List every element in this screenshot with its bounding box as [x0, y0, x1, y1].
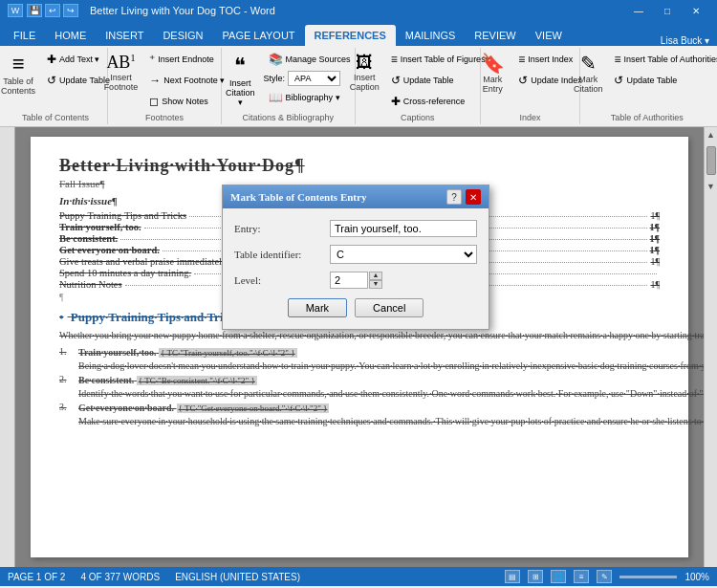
- dialog-help-button[interactable]: ?: [446, 189, 462, 205]
- minimize-button[interactable]: —: [625, 1, 652, 20]
- update-table-authorities-button[interactable]: ↺ Update Table: [609, 71, 717, 90]
- insert-index-icon: ≡: [518, 53, 525, 66]
- page-info: PAGE 1 OF 2: [8, 572, 65, 582]
- outline-view[interactable]: ≡: [574, 570, 589, 583]
- vertical-scrollbar[interactable]: ▲ ▼: [704, 127, 717, 567]
- document-page-area: Better·Living·with·Your·Dog¶ Fall·Issue¶…: [15, 127, 704, 567]
- tab-file[interactable]: FILE: [4, 25, 45, 46]
- insert-citation-button[interactable]: ❝ InsertCitation ▾: [221, 50, 260, 111]
- toc-group-label: Table of Contents: [10, 113, 101, 122]
- title-bar: W 💾 ↩ ↪ Better Living with Your Dog TOC …: [0, 0, 717, 21]
- ribbon-group-toc: ≡ Table ofContents ✚ Add Text ▾ ↺ Update…: [4, 48, 108, 124]
- insert-footnote-button[interactable]: AB1 InsertFootnote: [99, 50, 143, 96]
- scroll-up-arrow[interactable]: ▲: [706, 127, 715, 142]
- show-notes-icon: ◻: [149, 95, 159, 108]
- tab-view[interactable]: VIEW: [526, 25, 572, 46]
- list-item-3: 3. Get·everyone·on·board. { TC·"Get·ever…: [59, 402, 660, 427]
- zoom-slider[interactable]: [619, 576, 677, 578]
- insert-endnote-button[interactable]: ⁺ Insert Endnote: [144, 50, 229, 69]
- word-icon[interactable]: W: [8, 4, 23, 17]
- ribbon: ≡ Table ofContents ✚ Add Text ▾ ↺ Update…: [0, 46, 717, 127]
- caption-icon: 🖼: [356, 54, 373, 71]
- ruler-left: [0, 127, 15, 567]
- cross-reference-icon: ✚: [391, 95, 401, 108]
- tab-home[interactable]: HOME: [45, 25, 96, 46]
- dialog-titlebar-buttons: ? ✕: [446, 189, 481, 205]
- cancel-button[interactable]: Cancel: [355, 298, 424, 317]
- quick-access-toolbar: 💾 ↩ ↪: [27, 4, 78, 17]
- word-count: 4 OF 377 WORDS: [80, 572, 160, 582]
- table-of-contents-button[interactable]: ≡ Table ofContents: [0, 50, 40, 99]
- mark-citation-button[interactable]: ✎ MarkCitation: [569, 50, 608, 98]
- field-code-3: { TC·"Get·everyone·on·board."·\f·C·\l·"2…: [177, 403, 330, 413]
- draft-view[interactable]: ✎: [597, 570, 612, 583]
- tab-references[interactable]: REFERENCES: [305, 25, 396, 46]
- update-toc-icon: ↺: [47, 74, 56, 87]
- insert-table-authorities-button[interactable]: ≡ Insert Table of Authorities: [609, 50, 717, 69]
- field-code-2: { TC·"Be·consistent."·\f·C·\l·"2" }: [137, 376, 257, 385]
- tab-mailings[interactable]: MAILINGS: [396, 25, 466, 46]
- next-footnote-button[interactable]: → Next Footnote ▾: [144, 71, 229, 90]
- undo-icon[interactable]: ↩: [45, 4, 60, 17]
- manage-sources-button[interactable]: 📚 Manage Sources: [264, 50, 356, 69]
- insert-citation-icon: ❝: [234, 54, 246, 78]
- show-notes-button[interactable]: ◻ Show Notes: [144, 92, 229, 111]
- maximize-button[interactable]: □: [654, 1, 681, 20]
- bibliography-icon: 📖: [269, 91, 283, 104]
- dialog-close-button[interactable]: ✕: [466, 189, 481, 205]
- citations-group-label: Citations & Bibliography: [228, 113, 349, 122]
- dialog-title: Mark Table of Contents Entry: [230, 191, 366, 203]
- footnotes-group-label: Footnotes: [114, 113, 215, 122]
- mark-citation-icon: ✎: [580, 54, 597, 73]
- mark-entry-button[interactable]: 🔖 MarkEntry: [473, 50, 511, 98]
- tab-design[interactable]: DESIGN: [153, 25, 212, 46]
- table-identifier-select[interactable]: C A B: [330, 245, 477, 264]
- field-code-1: { TC·"Train·yourself,·too."·\f·C·\l·"2" …: [159, 348, 297, 358]
- print-layout-view[interactable]: ▤: [505, 570, 520, 583]
- title-bar-left: W 💾 ↩ ↪ Better Living with Your Dog TOC …: [8, 4, 275, 17]
- web-layout-view[interactable]: 🌐: [551, 570, 566, 583]
- full-reading-view[interactable]: ⊞: [528, 570, 543, 583]
- authorities-group-label: Table of Authorities: [586, 113, 707, 122]
- scroll-thumb[interactable]: [706, 146, 716, 175]
- spinner-down[interactable]: ▼: [369, 280, 382, 289]
- style-select[interactable]: APA MLA Chicago: [288, 71, 340, 86]
- spinner-up[interactable]: ▲: [369, 272, 382, 280]
- document-area: Better·Living·with·Your·Dog¶ Fall·Issue¶…: [0, 127, 717, 567]
- redo-icon[interactable]: ↪: [63, 4, 78, 17]
- level-spinner: ▲ ▼: [330, 272, 477, 289]
- close-button[interactable]: ✕: [683, 1, 709, 20]
- entry-field-row: Entry:: [234, 220, 477, 237]
- citations-small-btns: 📚 Manage Sources Style: APA MLA Chicago …: [264, 50, 356, 107]
- spinner-arrows: ▲ ▼: [369, 272, 382, 289]
- mark-entry-icon: 🔖: [481, 54, 505, 73]
- index-group-label: Index: [487, 113, 575, 122]
- update-index-icon: ↺: [518, 74, 528, 87]
- authorities-group-content: ✎ MarkCitation ≡ Insert Table of Authori…: [569, 50, 717, 111]
- mark-toc-dialog: Mark Table of Contents Entry ? ✕ Entry: …: [222, 185, 489, 330]
- tab-insert[interactable]: INSERT: [96, 25, 153, 46]
- save-icon[interactable]: 💾: [27, 4, 42, 17]
- ribbon-group-captions: 🖼 InsertCaption ≡ Insert Table of Figure…: [356, 48, 481, 124]
- list-item-2: 2. Be·consistent. { TC·"Be·consistent."·…: [59, 374, 660, 400]
- zoom-level: 100%: [684, 572, 709, 582]
- ribbon-tabs: FILE HOME INSERT DESIGN PAGE LAYOUT REFE…: [0, 21, 717, 46]
- table-id-label: Table identifier:: [234, 249, 330, 260]
- scroll-down-arrow[interactable]: ▼: [706, 179, 715, 194]
- status-right: ▤ ⊞ 🌐 ≡ ✎ 100%: [505, 570, 709, 583]
- bibliography-button[interactable]: 📖 Bibliography ▾: [264, 88, 356, 107]
- tab-review[interactable]: REVIEW: [465, 25, 525, 46]
- authorities-small-btns: ≡ Insert Table of Authorities ↺ Update T…: [609, 50, 717, 90]
- insert-caption-button[interactable]: 🖼 InsertCaption: [345, 50, 384, 96]
- mark-button[interactable]: Mark: [288, 298, 347, 317]
- ribbon-group-footnotes: AB1 InsertFootnote ⁺ Insert Endnote → Ne…: [108, 48, 222, 124]
- level-input[interactable]: [330, 272, 368, 289]
- captions-group-label: Captions: [361, 113, 474, 122]
- ribbon-group-authorities: ✎ MarkCitation ≡ Insert Table of Authori…: [580, 48, 713, 124]
- tab-page-layout[interactable]: PAGE LAYOUT: [213, 25, 305, 46]
- language: ENGLISH (UNITED STATES): [175, 572, 300, 582]
- table-figures-icon: ≡: [391, 53, 398, 66]
- entry-input[interactable]: [330, 220, 477, 237]
- next-fn-icon: →: [149, 74, 161, 87]
- title-text: Better Living with Your Dog TOC - Word: [90, 5, 275, 16]
